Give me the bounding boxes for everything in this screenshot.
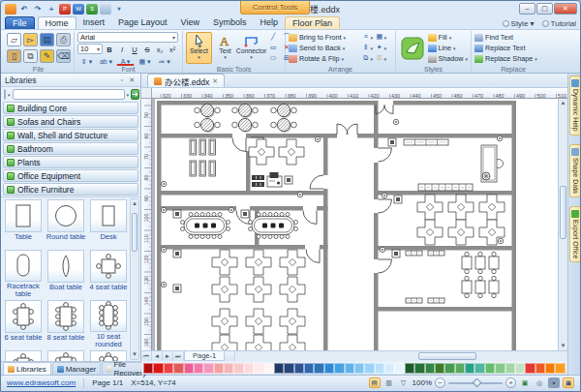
strikethrough-button[interactable]: S [141, 44, 153, 54]
qat-redo-icon[interactable]: ↷ [32, 4, 44, 15]
distribute-button[interactable]: ⫴▾ [360, 43, 374, 53]
shape-desk[interactable]: Desk [88, 199, 129, 248]
view-page-icon[interactable]: ▥ [383, 377, 395, 388]
line-button[interactable]: Line▾ [428, 44, 469, 53]
color-swatch[interactable] [555, 363, 565, 374]
color-swatch[interactable] [495, 363, 505, 374]
context-tab-control-tools[interactable]: Control Tools [240, 1, 310, 15]
color-swatch[interactable] [203, 363, 213, 374]
tab-insert[interactable]: Insert [76, 16, 112, 29]
color-swatch[interactable] [334, 363, 344, 374]
shape-table[interactable]: Table [3, 199, 44, 248]
edrawsoft-link[interactable]: www.edrawsoft.com [7, 378, 76, 387]
open-button[interactable]: ▻ [22, 32, 39, 48]
zoom-slider[interactable] [448, 382, 503, 384]
fit-page-icon[interactable]: ▣ [519, 377, 531, 388]
shape-8-seat-table[interactable]: 8 seat table [46, 300, 86, 348]
paste-button[interactable]: ▯ [6, 48, 22, 65]
library-item-office-furniture[interactable]: Office Furniture [3, 183, 138, 196]
find-text-button[interactable]: Find Text [474, 33, 537, 43]
qat-dropdown-icon[interactable]: ▾ [113, 4, 125, 15]
shape-4-seat-table[interactable]: 4 seat table [88, 250, 129, 298]
tab-home[interactable]: Home [38, 16, 76, 29]
minimize-button[interactable]: – [519, 3, 535, 15]
shape-seat10[interactable] [88, 350, 129, 361]
spacing-button[interactable]: ⇕ ▾ [77, 55, 96, 66]
replace-text-button[interactable]: Replace Text [474, 44, 537, 53]
rotate-flip-button[interactable]: Rotate & Flip▾ [289, 54, 358, 64]
qat-export-p-icon[interactable]: W [73, 4, 84, 15]
format-painter-button[interactable]: ✎ [39, 48, 55, 65]
page-tab[interactable]: Page-1 [184, 351, 225, 361]
color-swatch[interactable] [485, 363, 495, 374]
color-swatch[interactable] [254, 363, 263, 374]
horizontal-scroll-thumb[interactable] [418, 352, 476, 360]
color-swatch[interactable] [324, 363, 334, 374]
color-swatch[interactable] [375, 363, 384, 374]
scroll-up-icon[interactable]: ▲ [131, 199, 138, 208]
new-button[interactable]: ▱ [6, 32, 22, 48]
scroll-down-icon[interactable]: ▼ [559, 342, 567, 350]
color-swatch[interactable] [233, 363, 243, 374]
bold-button[interactable]: B [104, 44, 115, 54]
clear-button[interactable]: ⌫ [55, 48, 72, 65]
library-item-wall-shell-and-structure[interactable]: Wall, Shell and Structure [3, 129, 138, 141]
color-swatch[interactable] [425, 363, 435, 374]
bring-to-front-button[interactable]: Bring to Front▾ [289, 33, 358, 43]
color-swatch[interactable] [364, 363, 374, 374]
last-page-button[interactable]: ⏭ [173, 351, 184, 361]
shape-6-seat-table[interactable]: 6 seat table [3, 300, 44, 348]
color-swatch[interactable] [405, 363, 414, 374]
print-button[interactable]: ⎙ [55, 32, 72, 48]
vertical-scroll-thumb[interactable] [560, 186, 566, 239]
prev-page-button[interactable]: ◄ [152, 351, 163, 361]
panel-tab-manager[interactable]: Manager [52, 362, 102, 375]
align-button[interactable]: ≡▾ [360, 32, 374, 43]
shape-seat6[interactable] [3, 350, 44, 361]
tab-page-layout[interactable]: Page Layout [111, 16, 174, 29]
next-page-button[interactable]: ► [163, 351, 173, 361]
library-item-plants[interactable]: Plants [3, 156, 138, 168]
send-to-back-button[interactable]: Send to Back▾ [289, 44, 358, 53]
color-swatch[interactable] [153, 363, 163, 374]
color-swatch[interactable] [515, 363, 525, 374]
color-swatch[interactable] [435, 363, 444, 374]
shape-boat-table[interactable]: Boat table [46, 250, 86, 298]
tab-help[interactable]: Help [253, 16, 285, 29]
color-swatch[interactable] [545, 363, 555, 374]
lock-button[interactable]: ⚿▾ [374, 53, 387, 64]
highlight-button[interactable]: ab ▾ [97, 55, 115, 66]
library-search-go-button[interactable]: ➜ [131, 89, 139, 100]
qat-edraw-logo-icon[interactable] [5, 4, 16, 15]
color-swatch[interactable] [525, 363, 535, 374]
color-swatch[interactable] [194, 363, 203, 374]
color-swatch[interactable] [164, 363, 173, 374]
shape-round-table[interactable]: Round table [46, 199, 86, 248]
scroll-up-icon[interactable]: ▲ [559, 99, 567, 107]
layers-button[interactable]: ⧉▾ [360, 53, 374, 64]
subscript-button[interactable]: x₂ [154, 44, 166, 54]
tab-symbols[interactable]: Symbols [206, 16, 254, 29]
draw-rect-button[interactable]: ▭ [266, 43, 280, 53]
pan-icon[interactable]: ▪ [548, 377, 560, 388]
zoom-out-button[interactable]: − [435, 377, 445, 388]
fill-button[interactable]: Fill▾ [428, 33, 469, 43]
shape-seat8[interactable] [46, 350, 86, 361]
tab-file[interactable]: File [5, 16, 35, 29]
font-size-select[interactable]: 10▾ [77, 44, 103, 54]
color-swatch[interactable] [465, 363, 474, 374]
panel-tab-libraries[interactable]: Libraries [3, 362, 51, 375]
shape-racetrack-table[interactable]: Racetrack table [3, 250, 44, 298]
color-swatch[interactable] [284, 363, 293, 374]
library-color-icon[interactable] [4, 89, 6, 100]
color-swatch[interactable] [455, 363, 465, 374]
document-close-icon[interactable]: ✕ [212, 77, 218, 85]
snap-icon[interactable]: ▣ [563, 377, 574, 388]
style-gallery-button[interactable] [399, 32, 426, 64]
color-swatch[interactable] [214, 363, 224, 374]
style-button[interactable]: Style ▾ [503, 19, 535, 28]
library-search-input[interactable] [13, 89, 125, 100]
select-tool-button[interactable]: Select▾ [186, 32, 212, 64]
side-tab-dynamic-help[interactable]: Dynamic Help [569, 75, 580, 136]
bullets-button[interactable]: ≔ ▾ [155, 55, 173, 66]
